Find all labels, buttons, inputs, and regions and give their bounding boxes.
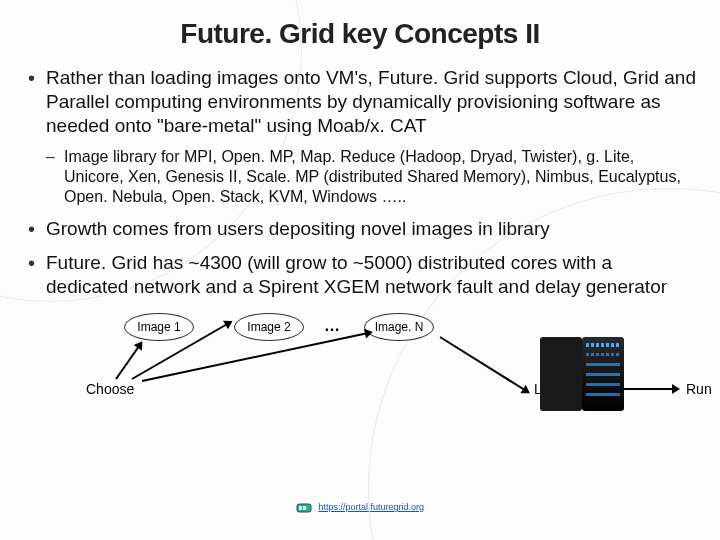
bullet-1: Rather than loading images onto VM's, Fu…	[24, 66, 696, 137]
bullet-2: Growth comes from users depositing novel…	[24, 217, 696, 241]
choose-label: Choose	[86, 381, 134, 397]
svg-rect-2	[303, 506, 306, 510]
futuregrid-logo-icon	[296, 500, 312, 516]
image-node-2: Image 2	[234, 313, 304, 341]
sub-bullet-1: Image library for MPI, Open. MP, Map. Re…	[24, 147, 696, 207]
server-rack-icon	[582, 337, 624, 411]
slide-title: Future. Grid key Concepts II	[24, 18, 696, 50]
portal-link[interactable]: https://portal.futuregrid.org	[318, 502, 424, 512]
bullet-3: Future. Grid has ~4300 (will grow to ~50…	[24, 251, 696, 299]
image-flow-diagram: Image 1 Image 2 … Image. N Choose Load R…	[24, 309, 696, 429]
ellipsis: …	[324, 317, 340, 335]
bullet-list: Rather than loading images onto VM's, Fu…	[24, 66, 696, 299]
load-label: Load	[534, 381, 565, 397]
image-node-1: Image 1	[124, 313, 194, 341]
svg-rect-1	[299, 506, 302, 510]
run-label: Run	[686, 381, 712, 397]
footer: https://portal.futuregrid.org	[0, 500, 720, 516]
